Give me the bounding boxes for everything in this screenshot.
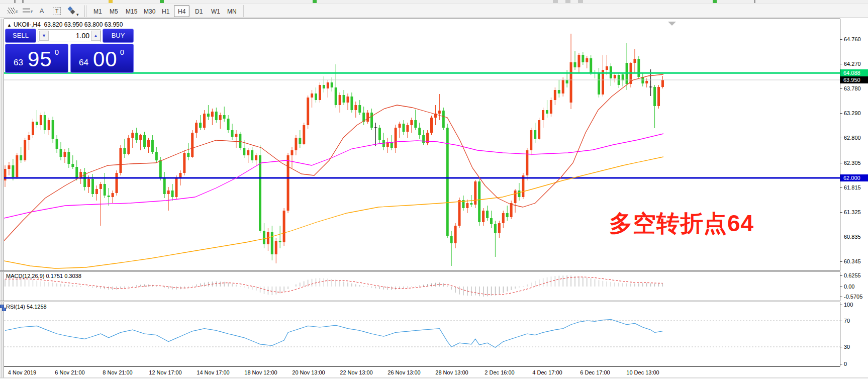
timeframe-button-mn[interactable]: MN [223, 5, 241, 17]
candle-body [295, 138, 297, 150]
clipped-icon [553, 0, 558, 3]
timeframe-button-h1[interactable]: H1 [158, 5, 173, 17]
candle-body [366, 113, 369, 122]
candle-body [100, 184, 102, 189]
candle-body [622, 74, 624, 80]
macd-tick-label: 0.6255 [844, 272, 861, 278]
price-axis[interactable]: 64.76064.27063.78063.29062.80062.30561.8… [840, 19, 868, 366]
rsi-panel-canvas[interactable] [4, 302, 840, 366]
timeframe-button-m15[interactable]: M15 [122, 5, 141, 17]
axis-tick-mark [840, 364, 842, 364]
timeframe-button-m1[interactable]: M1 [89, 5, 106, 17]
candle-body [410, 120, 413, 125]
candle-body [430, 118, 433, 133]
candle-body [346, 97, 349, 103]
candle-body [315, 93, 317, 100]
candle-body [370, 113, 373, 128]
ma-orange-line [4, 157, 663, 268]
panel-separator-macd[interactable] [0, 270, 868, 272]
price-tick-label: 62.800 [844, 135, 861, 141]
price-tick-label: 64.270 [844, 61, 861, 67]
buy-button[interactable]: BUY [103, 29, 134, 43]
object-list-icon[interactable] [0, 305, 7, 312]
candle-body [474, 181, 476, 205]
candle-body [127, 138, 130, 154]
candle-body [395, 128, 397, 148]
candle-body [171, 191, 174, 197]
candle-body [227, 119, 230, 130]
price-badge: 62.000 [840, 174, 868, 181]
channel-tool-icon[interactable]: E [6, 6, 17, 17]
candle-body [119, 148, 122, 173]
rsi-tick-label: 70 [844, 318, 850, 324]
timeframe-button-d1[interactable]: D1 [191, 5, 207, 17]
timeframe-button-m5[interactable]: M5 [106, 5, 122, 17]
toolbar: E F A T ▾ M1M5M15M30H1H4D1W1MN [0, 4, 868, 18]
candle-body [490, 218, 493, 224]
candle-body [502, 213, 505, 223]
candle-body [486, 211, 489, 218]
time-tick-label: 8 Nov 21:00 [103, 369, 132, 375]
axis-tick-mark [840, 261, 842, 262]
volume-decrease-button[interactable]: ▼ [39, 31, 49, 41]
timeframe-button-m30[interactable]: M30 [140, 5, 159, 17]
candle-body [4, 169, 7, 180]
text-tool-icon[interactable]: A [36, 6, 47, 17]
clipped-icon [578, 0, 583, 3]
candle-body [87, 179, 90, 187]
rsi-label: RSI(14) 54.1258 [6, 304, 47, 310]
candle-body [116, 173, 118, 193]
candle-body [573, 62, 576, 67]
candle-body [414, 120, 417, 128]
price-badge: 63.950 [840, 76, 868, 83]
candle-body [247, 150, 249, 155]
arrows-tool-icon[interactable]: ▾ [66, 6, 77, 17]
time-tick-label: 18 Nov 12:00 [244, 369, 277, 375]
candle-body [215, 112, 218, 120]
macd-panel-canvas[interactable] [4, 272, 840, 301]
candle-body [163, 178, 166, 194]
timeframe-button-w1[interactable]: W1 [207, 5, 224, 17]
macd-tick-label: -0.5705 [844, 294, 862, 300]
candle-body [570, 62, 572, 103]
rsi-tick-label: 30 [844, 344, 850, 350]
candle-body [470, 203, 472, 205]
volume-increase-button[interactable]: ▲ [91, 31, 101, 41]
candle-body [506, 213, 509, 217]
axis-tick-mark [840, 305, 842, 305]
panel-separator-rsi[interactable] [0, 301, 868, 302]
candle-body [155, 152, 158, 160]
time-tick-label: 20 Nov 13:00 [292, 369, 325, 375]
candle-body [8, 165, 10, 169]
candle-body [52, 120, 54, 139]
candle-body [271, 232, 273, 254]
ma-magenta-line [4, 134, 663, 218]
candle-body [211, 112, 214, 117]
candle-body [633, 59, 636, 63]
price-badge: 64.088 [840, 69, 868, 76]
candle-body [187, 153, 189, 157]
candle-body [494, 224, 497, 233]
candle-body [458, 200, 461, 226]
volume-input[interactable] [49, 30, 90, 41]
time-tick-label: 6 Dec 17:00 [580, 369, 610, 375]
time-axis[interactable]: 4 Nov 20196 Nov 21:008 Nov 21:0012 Nov 1… [4, 366, 840, 377]
buy-price-display[interactable]: 64000 [70, 44, 134, 73]
candle-body [498, 223, 501, 233]
candle-body [538, 120, 540, 139]
candle-body [442, 111, 445, 128]
timeframe-button-h4[interactable]: H4 [174, 5, 189, 17]
candle-body [586, 58, 588, 62]
clipped-icon [313, 0, 317, 3]
candle-body [378, 128, 381, 140]
candle-body [91, 179, 94, 194]
candle-body [255, 155, 257, 160]
clipped-icon [160, 0, 164, 3]
candle-body [319, 85, 321, 100]
candle-body [71, 164, 74, 167]
text-label-tool-icon[interactable]: T [51, 6, 62, 17]
sell-button[interactable]: SELL [5, 29, 36, 43]
macd-label: MACD(12,26,9) 0.1751 0.3038 [6, 273, 81, 279]
sell-price-display[interactable]: 63950 [5, 44, 68, 73]
fibonacci-tool-icon[interactable]: F [21, 6, 32, 17]
